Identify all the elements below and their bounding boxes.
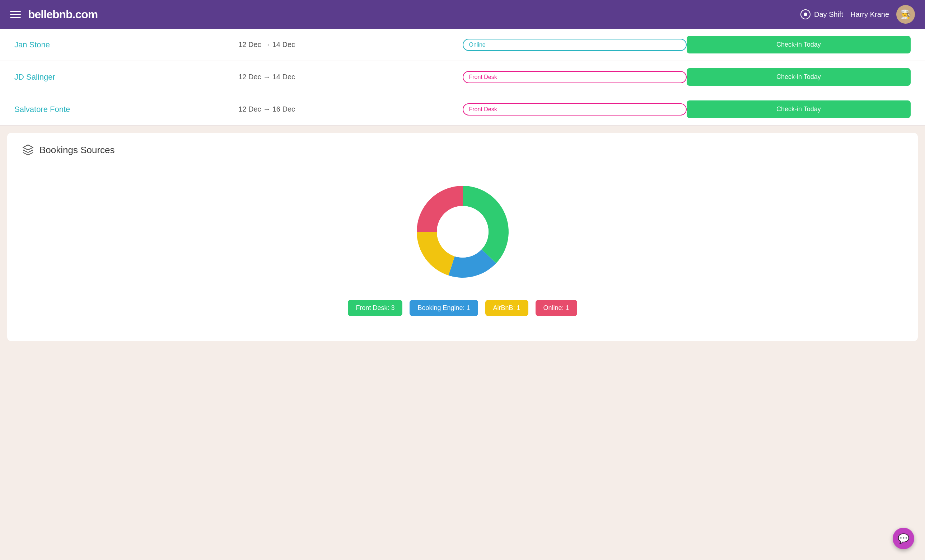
- legend-item: Front Desk: 3: [348, 300, 402, 316]
- avatar-emoji: 👨‍🍳: [900, 9, 911, 20]
- header: bellebnb.com Day Shift Harry Krane 👨‍🍳: [0, 0, 925, 29]
- checkin-button[interactable]: Check-in Today: [687, 68, 911, 86]
- legend-item: Online: 1: [536, 300, 577, 316]
- main-content: Jan Stone 12 Dec → 14 Dec Online Check-i…: [0, 29, 925, 341]
- sun-icon: [800, 9, 811, 20]
- user-name: Harry Krane: [850, 11, 889, 19]
- date-range: 12 Dec → 16 Dec: [238, 105, 462, 113]
- header-right: Day Shift Harry Krane 👨‍🍳: [800, 5, 915, 24]
- chat-icon: 💬: [898, 533, 909, 544]
- date-range: 12 Dec → 14 Dec: [238, 73, 462, 81]
- source-badge: Online: [462, 39, 687, 51]
- section-header: Bookings Sources: [21, 144, 904, 156]
- booking-row: JD Salinger 12 Dec → 14 Dec Front Desk C…: [0, 61, 925, 93]
- guest-name[interactable]: Salvatore Fonte: [14, 105, 238, 114]
- section-title: Bookings Sources: [39, 144, 115, 156]
- guest-name[interactable]: Jan Stone: [14, 40, 238, 50]
- date-range: 12 Dec → 14 Dec: [238, 41, 462, 49]
- checkin-button[interactable]: Check-in Today: [687, 36, 911, 54]
- logo: bellebnb.com: [28, 8, 98, 21]
- layers-icon: [21, 144, 35, 156]
- legend-item: Booking Engine: 1: [410, 300, 478, 316]
- hamburger-menu[interactable]: [10, 11, 21, 18]
- source-badge: Front Desk: [462, 71, 687, 83]
- chat-button[interactable]: 💬: [893, 528, 914, 549]
- bookings-sources-section: Bookings Sources Front Desk: 3Booking En…: [7, 133, 918, 341]
- avatar: 👨‍🍳: [896, 5, 915, 24]
- legend: Front Desk: 3Booking Engine: 1AirBnB: 1O…: [348, 300, 577, 316]
- checkin-button[interactable]: Check-in Today: [687, 101, 911, 118]
- donut-chart: [405, 174, 520, 289]
- donut-hole: [437, 206, 488, 258]
- guest-name[interactable]: JD Salinger: [14, 72, 238, 82]
- booking-row: Jan Stone 12 Dec → 14 Dec Online Check-i…: [0, 29, 925, 61]
- source-badge: Front Desk: [462, 103, 687, 116]
- bookings-table: Jan Stone 12 Dec → 14 Dec Online Check-i…: [0, 29, 925, 126]
- day-shift: Day Shift: [800, 9, 843, 20]
- booking-row: Salvatore Fonte 12 Dec → 16 Dec Front De…: [0, 93, 925, 126]
- legend-item: AirBnB: 1: [485, 300, 528, 316]
- chart-container: Front Desk: 3Booking Engine: 1AirBnB: 1O…: [21, 167, 904, 330]
- shift-label: Day Shift: [814, 11, 843, 19]
- header-left: bellebnb.com: [10, 8, 98, 21]
